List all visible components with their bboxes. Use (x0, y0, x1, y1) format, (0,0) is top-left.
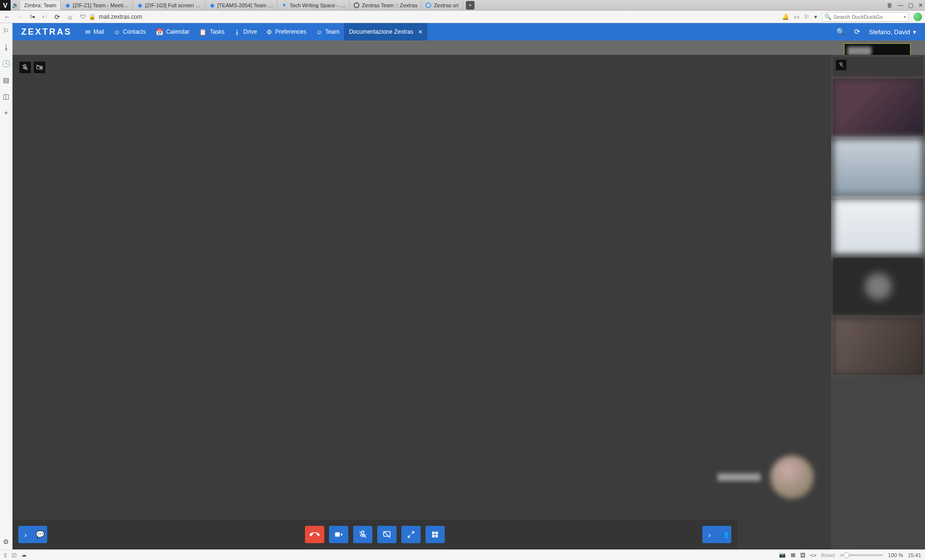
mic-button[interactable] (353, 526, 372, 543)
hangup-button[interactable] (305, 526, 324, 543)
add-panel-icon[interactable]: + (4, 109, 8, 117)
browser-tab[interactable]: Zimbra: Team (20, 0, 61, 10)
tasks-icon: 📋 (199, 28, 207, 36)
window-maximize-icon[interactable]: ▢ (908, 2, 913, 9)
svg-rect-13 (432, 535, 435, 537)
bell-icon[interactable]: 🔔 (782, 13, 789, 20)
app-logo[interactable]: ZEXTRAS (13, 27, 80, 37)
chevron-down-icon: ▾ (913, 28, 916, 36)
active-speaker-label (708, 448, 814, 506)
jira-icon: ◆ (209, 2, 215, 8)
svg-line-9 (411, 532, 414, 534)
chat-panel-toggle[interactable]: › 💬 (18, 526, 47, 543)
vivaldi-icon[interactable]: V (0, 0, 11, 11)
browser-tab[interactable]: Zextras srl (422, 0, 462, 10)
chevron-right-icon: › (18, 526, 33, 543)
downloads-panel-icon[interactable]: ⭳ (3, 43, 10, 51)
window-minimize-icon[interactable]: — (898, 2, 903, 9)
lock-icon[interactable]: 🔒 (89, 13, 96, 20)
tab-mail[interactable]: ✉Mail (80, 23, 109, 40)
browser-status-bar: ▯ ◫ ☁ 📷 ▦ 🖼 <> Reset 100 % 15:41 (0, 549, 925, 560)
zoom-reset-button[interactable]: Reset (821, 552, 835, 558)
participants-panel-toggle[interactable]: › 👥 (702, 526, 731, 543)
browser-tab[interactable]: Zextras Team :: Zextras (350, 0, 422, 10)
search-input[interactable] (833, 14, 902, 20)
window-panel-icon[interactable]: ◫ (3, 92, 9, 100)
svg-line-10 (408, 535, 410, 537)
chevron-down-icon[interactable]: ▾ (814, 13, 817, 20)
svg-marker-5 (341, 533, 343, 536)
sync-icon[interactable]: ☁ (21, 552, 26, 558)
bookmarks-panel-icon[interactable]: ⚐ (3, 27, 9, 35)
nav-back-icon[interactable]: ← (3, 13, 12, 21)
code-icon[interactable]: <> (810, 552, 817, 558)
reload-icon[interactable]: ⟳ (53, 13, 62, 21)
svg-rect-14 (436, 535, 438, 537)
participants-column[interactable] (831, 55, 925, 549)
browser-toolbar: ← → I◂ ▸I ⟳ ⌂ 🛡 🔒 mail.zextras.com 🔔 ▭ ⚐… (0, 11, 925, 23)
history-panel-icon[interactable]: 🕓 (2, 60, 10, 67)
address-url[interactable]: mail.zextras.com (99, 13, 142, 20)
fastforward-icon[interactable]: ▸I (40, 13, 49, 20)
speaker-icon[interactable]: 🔊 (11, 2, 20, 8)
participant-tile[interactable] (833, 198, 923, 255)
reader-icon[interactable]: ▭ (794, 13, 799, 20)
browser-tab[interactable]: ◆[TEAMS-2054] Team Me (205, 0, 278, 10)
zoom-slider[interactable] (840, 554, 883, 556)
svg-line-8 (383, 531, 390, 538)
camera-button[interactable] (329, 526, 348, 543)
tab-drive[interactable]: ⭳Drive (229, 23, 262, 40)
grid-view-button[interactable] (425, 526, 445, 543)
contacts-icon: ☺ (114, 28, 120, 36)
browser-tab[interactable]: ◆[ZIF-103] Full screen sh (133, 0, 205, 10)
fullscreen-button[interactable] (401, 526, 421, 543)
tab-documentation[interactable]: Documentazione Zextras✕ (344, 23, 427, 40)
meeting-control-bar: › 💬 (13, 520, 737, 549)
refresh-icon[interactable]: ⟳ (854, 27, 860, 36)
capture-icon[interactable]: 📷 (779, 552, 786, 558)
tab-team[interactable]: ☺Team (311, 23, 344, 40)
notes-panel-icon[interactable]: ▤ (3, 76, 9, 84)
window-close-icon[interactable]: ✕ (918, 2, 923, 9)
browser-tab[interactable]: ✦Tech Writing Space - Ze (278, 0, 350, 10)
chevron-right-icon: › (702, 526, 717, 543)
page-actions-icon[interactable]: ▦ (791, 552, 795, 558)
image-toggle-icon[interactable]: 🖼 (800, 552, 806, 558)
panel-toggle-icon[interactable]: ▯ (4, 552, 7, 558)
browser-side-panel: ⚐ ⭳ 🕓 ▤ ◫ + ⚙ (0, 23, 13, 549)
participant-tile[interactable] (833, 139, 923, 195)
home-icon[interactable]: ⌂ (66, 13, 74, 21)
search-engine-box[interactable]: 🔍 ▾ (822, 12, 909, 22)
screenshare-button[interactable] (377, 526, 396, 543)
nav-forward-icon[interactable]: → (15, 13, 24, 21)
mic-muted-icon (836, 60, 846, 70)
participant-tile[interactable] (833, 318, 923, 375)
close-icon[interactable]: ✕ (418, 29, 423, 35)
tab-tasks[interactable]: 📋Tasks (194, 23, 229, 40)
jira-icon: ◆ (65, 2, 70, 8)
settings-icon[interactable]: ⚙ (3, 538, 9, 546)
tab-preferences[interactable]: ⚙Preferences (262, 23, 311, 40)
search-icon[interactable]: 🔍 (836, 27, 846, 36)
tab-calendar[interactable]: 📅Calendar (151, 23, 195, 40)
calendar-icon: 📅 (156, 28, 163, 36)
participant-tile[interactable] (833, 57, 923, 76)
user-menu[interactable]: Stefano, David▾ (869, 28, 916, 36)
participant-tile[interactable] (833, 258, 923, 315)
site-icon (425, 2, 431, 8)
mail-icon: ✉ (85, 28, 91, 36)
trash-icon[interactable]: 🗑 (887, 2, 893, 9)
clock: 15:41 (908, 552, 921, 558)
mic-muted-icon (19, 62, 31, 73)
tab-contacts[interactable]: ☺Contacts (109, 23, 151, 40)
rewind-icon[interactable]: I◂ (28, 13, 37, 20)
chevron-down-icon[interactable]: ▾ (904, 14, 906, 19)
new-tab-button[interactable]: + (466, 1, 475, 10)
profile-avatar[interactable] (913, 13, 922, 21)
shield-icon[interactable]: 🛡 (80, 13, 86, 20)
participant-tile[interactable] (833, 79, 923, 136)
browser-tab[interactable]: ◆[ZIF-21] Team - Meeting (61, 0, 133, 10)
tiling-icon[interactable]: ◫ (12, 552, 16, 558)
svg-rect-11 (432, 532, 435, 534)
bookmark-icon[interactable]: ⚐ (804, 13, 809, 20)
